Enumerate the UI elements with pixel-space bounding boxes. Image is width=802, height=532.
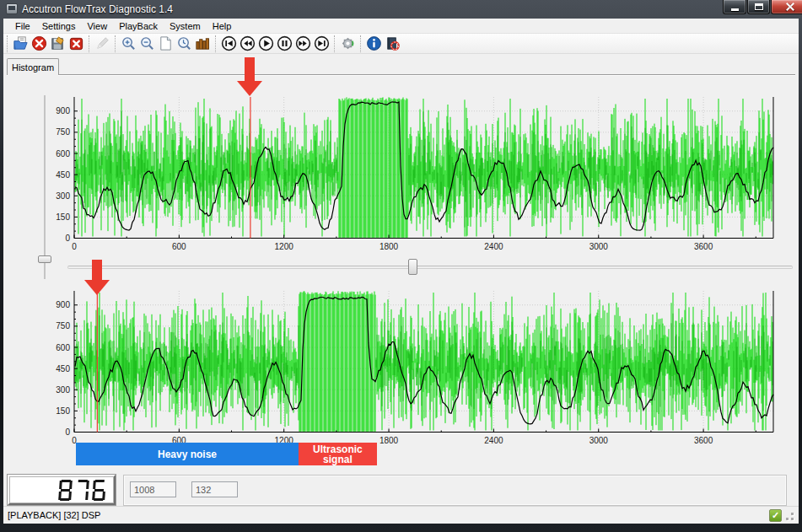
info-button[interactable]	[364, 35, 383, 53]
svg-text:450: 450	[56, 364, 70, 373]
cursor-values-group	[123, 475, 787, 506]
help-button[interactable]	[383, 35, 401, 53]
ultrasonic-signal-label-bar: Ultrasonic signal	[299, 443, 377, 465]
page-icon	[158, 35, 174, 51]
svg-text:600: 600	[56, 343, 70, 352]
seven-segment-display	[8, 475, 116, 505]
svg-text:0: 0	[65, 427, 70, 437]
zoom-out-icon	[139, 35, 155, 51]
svg-text:1800: 1800	[379, 242, 399, 251]
app-window: Accutron FlowTrax Diagnostic 1.4 File Se…	[0, 0, 802, 532]
play-icon	[258, 35, 274, 51]
histogram-bars-icon	[195, 35, 211, 51]
svg-text:600: 600	[172, 242, 186, 251]
menu-settings[interactable]: Settings	[36, 19, 82, 33]
seven-segment-digit	[58, 480, 73, 501]
abort-button[interactable]	[30, 35, 48, 53]
histogram-chart-top[interactable]: 0600120018002400300036000150300450600750…	[3, 93, 799, 255]
close-icon	[786, 3, 794, 11]
vertical-slider-track[interactable]	[44, 95, 46, 279]
svg-text:3000: 3000	[589, 436, 609, 445]
menu-file[interactable]: File	[9, 19, 36, 33]
maximize-icon	[755, 3, 763, 10]
skip-start-icon	[221, 35, 237, 51]
svg-text:300: 300	[56, 385, 70, 395]
skip-start-button[interactable]	[219, 35, 238, 53]
fast-forward-button[interactable]	[293, 35, 312, 53]
svg-text:750: 750	[56, 127, 70, 137]
open-folder-icon	[13, 35, 29, 51]
zoom-in-icon	[121, 35, 137, 51]
menu-system[interactable]: System	[164, 19, 207, 33]
settings-gear-button[interactable]	[338, 35, 357, 53]
client-area: File Settings View PlayBack System Help	[3, 19, 799, 524]
svg-text:3000: 3000	[589, 242, 609, 251]
svg-text:900: 900	[56, 300, 70, 309]
zoom-reset-button[interactable]	[175, 35, 193, 53]
pause-button[interactable]	[275, 35, 293, 53]
help-book-icon	[385, 35, 401, 51]
svg-text:3600: 3600	[694, 436, 713, 445]
seven-segment-digit	[75, 480, 89, 501]
pause-icon	[277, 35, 293, 51]
zoom-out-button[interactable]	[137, 35, 156, 53]
cursor-b-field[interactable]	[191, 481, 238, 497]
title-bar[interactable]: Accutron FlowTrax Diagnostic 1.4	[0, 0, 802, 19]
horizontal-slider-thumb[interactable]	[408, 259, 417, 275]
skip-end-button[interactable]	[312, 35, 331, 53]
open-file-button[interactable]	[11, 35, 30, 53]
svg-text:3600: 3600	[694, 242, 713, 251]
svg-text:150: 150	[56, 212, 70, 222]
tool-bar	[3, 34, 799, 54]
svg-text:1800: 1800	[379, 436, 399, 445]
svg-text:150: 150	[56, 406, 70, 416]
rewind-icon	[240, 35, 256, 51]
svg-text:450: 450	[56, 170, 70, 180]
cursor-a-field[interactable]	[130, 481, 176, 497]
svg-text:2400: 2400	[484, 242, 503, 251]
pencil-icon	[94, 35, 110, 51]
app-icon	[6, 3, 18, 14]
delete-button[interactable]	[67, 35, 85, 53]
status-text: [PLAYBACK] [32] DSP	[8, 510, 100, 520]
menu-view[interactable]: View	[81, 19, 113, 33]
ultrasonic-signal-label: Ultrasonic signal	[308, 444, 367, 465]
rewind-button[interactable]	[238, 35, 256, 53]
heavy-noise-label-bar: Heavy noise	[76, 443, 299, 465]
tab-panel-border	[7, 74, 795, 76]
save-edit-button[interactable]	[48, 35, 67, 53]
skip-end-icon	[314, 35, 330, 51]
zoom-page-icon	[176, 35, 192, 51]
status-checkbox[interactable]: ✓	[769, 509, 782, 522]
svg-text:1200: 1200	[275, 242, 294, 251]
horizontal-slider-track[interactable]	[67, 266, 793, 269]
menu-playback[interactable]: PlayBack	[113, 19, 164, 33]
gear-icon	[340, 35, 356, 51]
tab-histogram[interactable]: Histogram	[7, 58, 59, 75]
histogram-view-button[interactable]	[193, 35, 212, 53]
svg-text:0: 0	[72, 242, 77, 251]
delete-icon	[68, 35, 84, 51]
vertical-slider-thumb[interactable]	[38, 255, 51, 263]
histogram-chart-bottom[interactable]: 0600120018002400300036000150300450600750…	[3, 287, 799, 449]
window-title: Accutron FlowTrax Diagnostic 1.4	[22, 3, 173, 15]
sign-button[interactable]	[93, 35, 111, 53]
new-page-button[interactable]	[156, 35, 175, 53]
svg-text:0: 0	[65, 234, 70, 243]
menu-help[interactable]: Help	[207, 19, 238, 33]
svg-text:2400: 2400	[484, 436, 503, 445]
seven-segment-digit	[92, 480, 106, 501]
close-button[interactable]	[771, 0, 802, 14]
minimize-icon	[731, 8, 739, 11]
cancel-circle-icon	[31, 35, 47, 51]
save-disk-icon	[50, 35, 66, 51]
svg-text:750: 750	[56, 321, 70, 330]
svg-text:900: 900	[56, 106, 70, 116]
minimize-button[interactable]	[723, 0, 746, 14]
status-bar: [PLAYBACK] [32] DSP ✓	[3, 506, 799, 524]
maximize-button[interactable]	[747, 0, 770, 14]
zoom-in-button[interactable]	[119, 35, 137, 53]
play-button[interactable]	[256, 35, 275, 53]
heavy-noise-label: Heavy noise	[158, 449, 217, 459]
fast-forward-icon	[295, 35, 311, 51]
